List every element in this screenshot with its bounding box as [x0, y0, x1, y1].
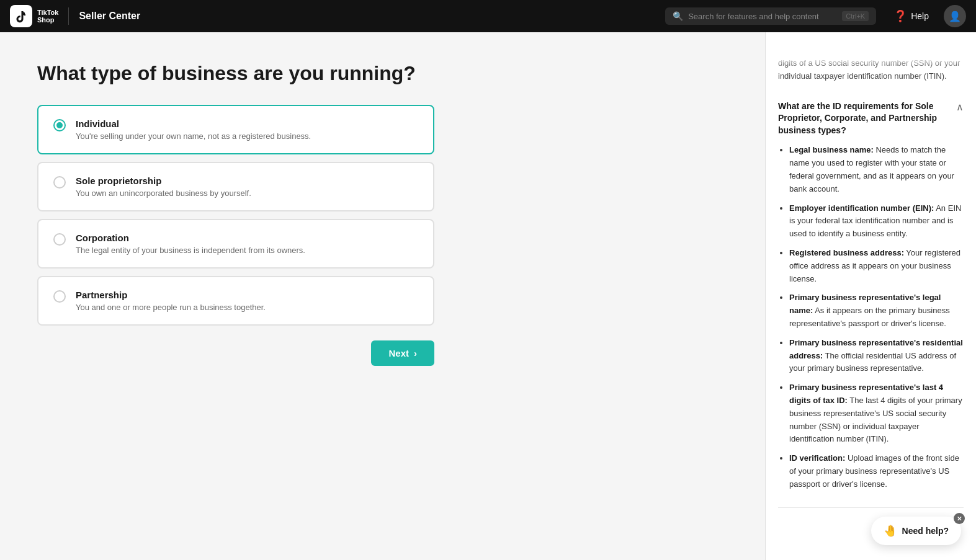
sidebar-requirements-list: Legal business name: Needs to match the … [778, 144, 964, 491]
tiktok-shop-text: TikTok [37, 9, 58, 16]
option-partnership-name: Partnership [76, 290, 266, 300]
next-button-container: Next › [37, 340, 434, 366]
option-corporation-name: Corporation [76, 233, 305, 243]
radio-sole [53, 176, 66, 189]
option-partnership-desc: You and one or more people run a busines… [76, 303, 266, 312]
left-content: What type of business are you running? I… [0, 32, 765, 560]
option-sole-proprietorship[interactable]: Sole proprietorship You own an unincorpo… [37, 162, 434, 211]
sidebar-section-header[interactable]: What are the ID requirements for Sole Pr… [778, 100, 964, 137]
sidebar-fade-text: digits of a US social security number (S… [778, 57, 964, 83]
avatar-icon: 👤 [949, 11, 961, 22]
sidebar-section-title: What are the ID requirements for Sole Pr… [778, 100, 949, 137]
tiktok-logo[interactable]: TikTok Shop [10, 5, 58, 27]
sidebar-section-id-requirements: What are the ID requirements for Sole Pr… [778, 91, 964, 508]
list-item: ID verification: Upload images of the fr… [789, 452, 964, 491]
business-type-list: Individual You're selling under your own… [37, 105, 434, 326]
need-help-label: Need help? [902, 526, 949, 536]
tiktok-icon [10, 5, 32, 27]
list-item: Primary business representative's legal … [789, 291, 964, 330]
item-label-6: ID verification: [789, 453, 845, 463]
item-label-0: Legal business name: [789, 145, 874, 154]
option-partnership[interactable]: Partnership You and one or more people r… [37, 276, 434, 326]
next-button[interactable]: Next › [371, 340, 434, 366]
help-circle-icon: ❓ [893, 9, 907, 23]
list-item: Registered business address: Your regist… [789, 247, 964, 285]
list-item: Primary business representative's reside… [789, 337, 964, 375]
option-sole-desc: You own an unincorporated business by yo… [76, 189, 251, 198]
radio-dot-individual [56, 122, 63, 128]
next-arrow-icon: › [414, 348, 417, 358]
header-divider [68, 7, 69, 25]
option-sole-name: Sole proprietorship [76, 176, 251, 186]
option-individual-desc: You're selling under your own name, not … [76, 131, 311, 141]
search-placeholder: Search for features and help content [688, 12, 837, 21]
seller-center-title: Seller Center [79, 11, 140, 22]
chevron-up-icon: ∧ [956, 101, 964, 113]
right-sidebar: digits of a US social security number (S… [765, 32, 976, 560]
page-title: What type of business are you running? [37, 62, 728, 85]
search-icon: 🔍 [673, 11, 683, 21]
list-item: Employer identification number (EIN): An… [789, 202, 964, 241]
option-sole-text: Sole proprietorship You own an unincorpo… [76, 176, 251, 198]
sidebar-fade-top [766, 32, 976, 57]
option-corporation-desc: The legal entity of your business is ind… [76, 246, 305, 255]
item-label-2: Registered business address: [789, 248, 904, 257]
need-help-widget[interactable]: ✕ 🤚 Need help? [871, 517, 961, 545]
help-button[interactable]: ❓ Help [893, 9, 929, 23]
search-bar[interactable]: 🔍 Search for features and help content C… [665, 7, 876, 25]
header: TikTok Shop Seller Center 🔍 Search for f… [0, 0, 976, 32]
hand-wave-icon: 🤚 [884, 524, 897, 538]
option-partnership-text: Partnership You and one or more people r… [76, 290, 266, 312]
search-shortcut: Ctrl+K [842, 11, 869, 21]
option-individual-name: Individual [76, 118, 311, 129]
list-item: Legal business name: Needs to match the … [789, 144, 964, 195]
sidebar-content: digits of a US social security number (S… [766, 57, 976, 520]
main-layout: What type of business are you running? I… [0, 32, 976, 560]
option-individual-text: Individual You're selling under your own… [76, 118, 311, 141]
radio-partnership [53, 290, 66, 303]
need-help-close-button[interactable]: ✕ [954, 513, 965, 524]
next-button-label: Next [388, 348, 409, 358]
option-individual[interactable]: Individual You're selling under your own… [37, 105, 434, 154]
option-corporation[interactable]: Corporation The legal entity of your bus… [37, 219, 434, 269]
user-avatar[interactable]: 👤 [944, 5, 966, 27]
help-label: Help [911, 11, 929, 21]
radio-corporation [53, 233, 66, 246]
radio-individual [53, 119, 66, 131]
list-item: Primary business representative's last 4… [789, 381, 964, 446]
option-corporation-text: Corporation The legal entity of your bus… [76, 233, 305, 255]
shop-text: Shop [37, 16, 58, 24]
item-label-1: Employer identification number (EIN): [789, 203, 934, 213]
item-text-3: As it appears on the primary business re… [789, 306, 950, 328]
